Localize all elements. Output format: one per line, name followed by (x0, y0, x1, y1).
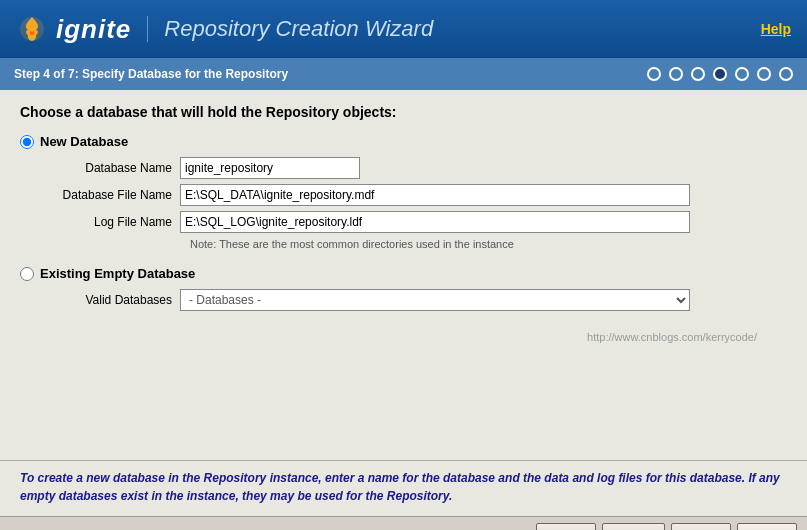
existing-database-radio-label[interactable]: Existing Empty Database (20, 266, 787, 281)
step-dots (647, 67, 793, 81)
step-dot-6 (757, 67, 771, 81)
new-database-section: New Database Database Name Database File… (20, 134, 787, 250)
new-database-radio-label[interactable]: New Database (20, 134, 787, 149)
note-text: Note: These are the most common director… (20, 238, 787, 250)
step-dot-3 (691, 67, 705, 81)
cancel-button[interactable]: Cancel (602, 523, 665, 531)
new-database-radio[interactable] (20, 135, 34, 149)
existing-database-label: Existing Empty Database (40, 266, 195, 281)
database-file-name-row: Database File Name (20, 184, 787, 206)
step-dot-2 (669, 67, 683, 81)
info-bar: To create a new database in the Reposito… (0, 460, 807, 516)
header: ignite Repository Creation Wizard Help (0, 0, 807, 58)
db-name-label: Database Name (50, 161, 180, 175)
step-dot-1 (647, 67, 661, 81)
logo-text: ignite (56, 14, 131, 45)
valid-databases-select[interactable]: - Databases - (180, 289, 690, 311)
step-dot-4 (713, 67, 727, 81)
database-name-row: Database Name (20, 157, 787, 179)
step-dot-7 (779, 67, 793, 81)
existing-database-radio[interactable] (20, 267, 34, 281)
watermark: http://www.cnblogs.com/kerrycode/ (20, 331, 787, 343)
main-title: Choose a database that will hold the Rep… (20, 104, 787, 120)
wizard-title: Repository Creation Wizard (147, 16, 433, 42)
ignite-logo-icon (16, 13, 48, 45)
header-help-link[interactable]: Help (761, 21, 791, 37)
database-name-input[interactable] (180, 157, 360, 179)
help-button[interactable]: Help (536, 523, 596, 531)
next-button[interactable]: Next (737, 523, 797, 531)
back-button[interactable]: Back (671, 523, 731, 531)
log-file-name-row: Log File Name (20, 211, 787, 233)
logo-area: ignite (16, 13, 131, 45)
valid-db-label: Valid Databases (50, 293, 180, 307)
db-file-label: Database File Name (50, 188, 180, 202)
step-text: Step 4 of 7: Specify Database for the Re… (14, 67, 288, 81)
main-content: Choose a database that will hold the Rep… (0, 90, 807, 460)
log-file-input[interactable] (180, 211, 690, 233)
step-dot-5 (735, 67, 749, 81)
step-bar: Step 4 of 7: Specify Database for the Re… (0, 58, 807, 90)
valid-databases-row: Valid Databases - Databases - (20, 289, 787, 311)
footer: Help Cancel Back Next (0, 516, 807, 530)
existing-database-section: Existing Empty Database Valid Databases … (20, 266, 787, 311)
database-file-input[interactable] (180, 184, 690, 206)
log-file-label: Log File Name (50, 215, 180, 229)
new-database-label: New Database (40, 134, 128, 149)
info-text: To create a new database in the Reposito… (20, 471, 780, 503)
